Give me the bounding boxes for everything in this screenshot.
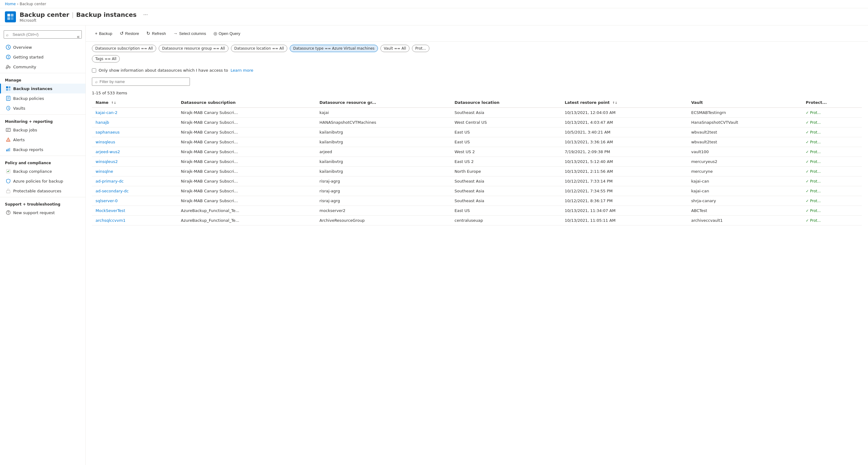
table-row[interactable]: kajai-can-2 Nirajk-MAB Canary Subscri...…: [92, 107, 862, 118]
filter-pill-prot[interactable]: Prot...: [412, 45, 429, 52]
filter-pill-datasource-subscription[interactable]: Datasource subscription == All: [92, 45, 156, 52]
table-row[interactable]: ad-secondary-dc Nirajk-MAB Canary Subscr…: [92, 186, 862, 196]
getting-started-icon: [6, 55, 11, 59]
cell-subscription: Nirajk-MAB Canary Subscri...: [177, 167, 316, 177]
open-query-button[interactable]: ◎ Open Query: [210, 29, 244, 37]
table-row[interactable]: hanajb Nirajk-MAB Canary Subscri... HANA…: [92, 118, 862, 127]
refresh-button[interactable]: ↻ Refresh: [143, 29, 169, 38]
table-row[interactable]: winsqleus2 Nirajk-MAB Canary Subscri... …: [92, 157, 862, 167]
learn-more-link[interactable]: Learn more: [230, 68, 253, 72]
cell-resource-group: kailanibvtrg: [316, 137, 451, 147]
sidebar-item-vaults[interactable]: Vaults: [0, 103, 86, 113]
svg-rect-14: [6, 128, 10, 131]
col-header-subscription[interactable]: Datasource subscription: [177, 98, 316, 107]
filter-pill-vault[interactable]: Vault == All: [380, 45, 409, 52]
cell-subscription: AzureBackup_Functional_Te...: [177, 206, 316, 216]
filter-pill-datasource-resource-group[interactable]: Datasource resource group == All: [159, 45, 228, 52]
restore-button[interactable]: ↺ Restore: [117, 29, 143, 38]
filter-pill-datasource-location[interactable]: Datasource location == All: [231, 45, 288, 52]
svg-rect-1: [11, 14, 13, 17]
filter-row-2: Tags == All: [86, 55, 868, 66]
cell-restore-point: 10/13/2021, 4:03:47 AM: [561, 118, 688, 127]
col-header-restore-point[interactable]: Latest restore point ↑↓: [561, 98, 688, 107]
col-header-vault[interactable]: Vault: [688, 98, 802, 107]
filter-by-name-input[interactable]: [99, 79, 187, 84]
protect-badge-icon: ✓: [806, 199, 809, 203]
section-label-support: Support + troubleshooting: [0, 198, 86, 208]
col-header-location[interactable]: Datasource location: [451, 98, 561, 107]
refresh-icon: ↻: [146, 31, 150, 36]
header-ellipsis-button[interactable]: ···: [142, 11, 150, 19]
content-area: + Backup ↺ Restore ↻ Refresh → Select co…: [86, 25, 868, 465]
table-row[interactable]: MockSeverTest AzureBackup_Functional_Te.…: [92, 206, 862, 216]
sidebar-item-overview[interactable]: Overview: [0, 42, 86, 52]
app-title-block: Backup center | Backup instances ··· Mic…: [20, 11, 150, 23]
filter-search-icon: ⌕: [95, 79, 98, 84]
backup-jobs-icon: [6, 127, 11, 132]
filter-row: Datasource subscription == All Datasourc…: [86, 42, 868, 55]
protect-badge-label: Prot...: [810, 209, 821, 213]
cell-location: Southeast Asia: [451, 196, 561, 206]
backup-button[interactable]: + Backup: [92, 29, 116, 37]
table-row[interactable]: winsqleus Nirajk-MAB Canary Subscri... k…: [92, 137, 862, 147]
sidebar-item-community[interactable]: Community: [0, 62, 86, 72]
filter-pill-tags[interactable]: Tags == All: [92, 55, 120, 62]
col-header-resource-group[interactable]: Datasource resource gr...: [316, 98, 451, 107]
cell-resource-group: HANASnapshotCVTMachines: [316, 118, 451, 127]
protect-badge-label: Prot...: [810, 189, 821, 193]
cell-location: East US: [451, 137, 561, 147]
filter-pill-datasource-type[interactable]: Datasource type == Azure Virtual machine…: [290, 45, 378, 52]
breadcrumb-current: Backup center: [20, 2, 46, 6]
cell-vault: vault100: [688, 147, 802, 157]
table-row[interactable]: arjeed-wus2 Nirajk-MAB Canary Subscri...…: [92, 147, 862, 157]
filter-input-row: ⌕: [86, 75, 868, 88]
cell-vault: wbvault2test: [688, 137, 802, 147]
cell-name: saphanaeus: [92, 127, 177, 137]
svg-point-8: [6, 67, 8, 69]
sidebar-collapse-button[interactable]: «: [74, 33, 82, 41]
cell-vault: HanaSnapshotCVTVault: [688, 118, 802, 127]
breadcrumb-home[interactable]: Home: [5, 2, 16, 6]
table-row[interactable]: sqlserver-0 Nirajk-MAB Canary Subscri...…: [92, 196, 862, 206]
select-columns-button[interactable]: → Select columns: [170, 29, 209, 37]
cell-restore-point: 10/13/2021, 12:04:03 AM: [561, 107, 688, 118]
sidebar-item-alerts[interactable]: Alerts: [0, 135, 86, 145]
table-row[interactable]: saphanaeus Nirajk-MAB Canary Subscri... …: [92, 127, 862, 137]
cell-name: kajai-can-2: [92, 107, 177, 118]
datasource-access-checkbox[interactable]: [92, 68, 96, 72]
sidebar-item-backup-policies[interactable]: Backup policies: [0, 93, 86, 103]
sidebar-item-backup-compliance[interactable]: Backup compliance: [0, 166, 86, 176]
cell-resource-group: risraj-agrg: [316, 177, 451, 186]
cell-resource-group: mockserver2: [316, 206, 451, 216]
cell-location: Southeast Asia: [451, 177, 561, 186]
cell-vault: mercuryne: [688, 167, 802, 177]
table-row[interactable]: ad-primary-dc Nirajk-MAB Canary Subscri.…: [92, 177, 862, 186]
sidebar-item-new-support[interactable]: New support request: [0, 208, 86, 217]
svg-rect-10: [8, 86, 10, 88]
checkbox-row: Only show information about datasources …: [86, 66, 868, 75]
search-input[interactable]: [4, 30, 82, 39]
cell-subscription: Nirajk-MAB Canary Subscri...: [177, 157, 316, 167]
sidebar-item-backup-instances[interactable]: Backup instances: [0, 84, 86, 93]
cell-vault: wbvault2test: [688, 127, 802, 137]
sidebar-item-label-overview: Overview: [13, 45, 32, 50]
protect-badge-label: Prot...: [810, 218, 821, 223]
table-container: Name ↑↓ Datasource subscription Datasour…: [86, 98, 868, 225]
table-row[interactable]: winsqlne Nirajk-MAB Canary Subscri... ka…: [92, 167, 862, 177]
cell-status: ✓ Prot...: [802, 177, 862, 186]
section-label-policy: Policy and compliance: [0, 157, 86, 166]
table-row[interactable]: archsqlccvvm1 AzureBackup_Functional_Te.…: [92, 216, 862, 225]
cell-vault: ABCTest: [688, 206, 802, 216]
sidebar-item-azure-policies[interactable]: Azure policies for backup: [0, 176, 86, 186]
col-header-name[interactable]: Name ↑↓: [92, 98, 177, 107]
sidebar-item-protectable-datasources[interactable]: Protectable datasources: [0, 186, 86, 196]
cell-name: sqlserver-0: [92, 196, 177, 206]
col-header-protect[interactable]: Protect...: [802, 98, 862, 107]
sidebar-item-backup-jobs[interactable]: Backup jobs: [0, 125, 86, 135]
sidebar-item-backup-reports[interactable]: Backup reports: [0, 145, 86, 154]
cell-location: West US 2: [451, 147, 561, 157]
cell-location: West Central US: [451, 118, 561, 127]
app-header: Backup center | Backup instances ··· Mic…: [0, 8, 868, 25]
sidebar-item-getting-started[interactable]: Getting started: [0, 52, 86, 62]
filter-input-container: ⌕: [92, 78, 190, 86]
